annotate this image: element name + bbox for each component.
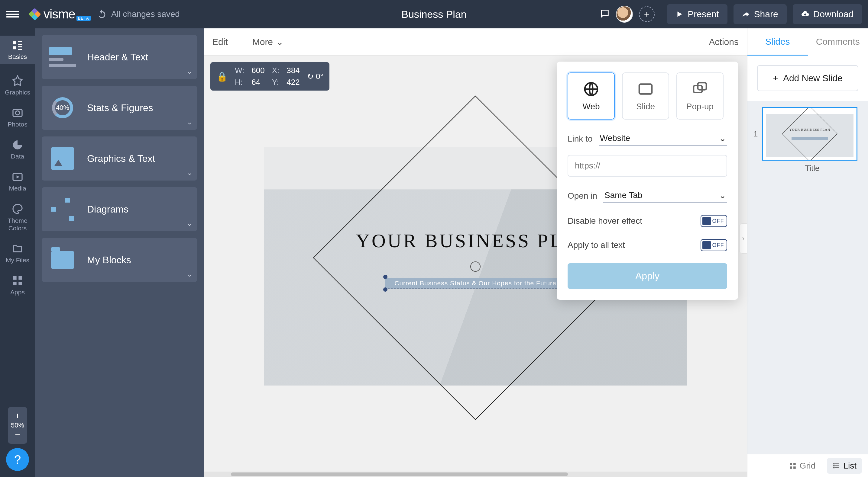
zoom-control[interactable]: + 50% − <box>8 407 27 444</box>
apply-button[interactable]: Apply <box>567 263 727 289</box>
svg-rect-8 <box>639 84 652 94</box>
svg-point-17 <box>834 465 835 466</box>
disable-hover-toggle[interactable]: OFF <box>701 215 727 227</box>
svg-rect-18 <box>835 465 839 466</box>
block-my-blocks[interactable]: My Blocks⌄ <box>42 238 197 282</box>
chevron-down-icon: ⌄ <box>719 191 726 200</box>
add-user-button[interactable]: + <box>639 6 655 22</box>
avatar[interactable] <box>616 6 633 23</box>
chevron-down-icon: ⌄ <box>187 271 192 278</box>
rail-media[interactable]: Media <box>9 171 26 192</box>
rail-photos[interactable]: Photos <box>7 107 27 128</box>
rail-theme-colors[interactable]: Theme Colors <box>0 203 35 232</box>
zoom-level: 50% <box>11 421 24 429</box>
tab-comments[interactable]: Comments <box>808 28 868 56</box>
block-graphics-text[interactable]: Graphics & Text⌄ <box>42 136 197 180</box>
present-button[interactable]: Present <box>667 4 727 24</box>
svg-rect-3 <box>13 276 17 280</box>
block-stats-figures[interactable]: 40%Stats & Figures⌄ <box>42 86 197 130</box>
rail-my-files[interactable]: My Files <box>6 243 29 264</box>
document-title[interactable]: Business Plan <box>401 8 466 20</box>
open-in-label: Open in <box>567 191 597 201</box>
svg-point-19 <box>834 467 835 468</box>
svg-rect-6 <box>19 282 22 285</box>
apply-all-text-toggle[interactable]: OFF <box>701 239 727 251</box>
svg-rect-16 <box>835 464 839 464</box>
slide-title-label[interactable]: Title <box>763 164 862 173</box>
chevron-down-icon: ⌄ <box>276 37 283 47</box>
collapse-panel-button[interactable]: › <box>739 224 747 253</box>
mode-slide[interactable]: Slide <box>622 72 669 120</box>
mode-web[interactable]: Web <box>567 72 615 120</box>
disable-hover-label: Disable hover effect <box>567 216 642 226</box>
chevron-down-icon: ⌄ <box>187 169 192 177</box>
rail-data[interactable]: Data <box>11 139 24 160</box>
zoom-out-icon[interactable]: − <box>15 429 20 440</box>
open-in-select[interactable]: Same Tab⌄ <box>603 189 727 203</box>
rail-apps[interactable]: Apps <box>10 275 25 296</box>
chevron-down-icon: ⌄ <box>719 133 726 143</box>
svg-rect-4 <box>19 276 22 280</box>
actions-popover: Web Slide Pop-up Link to Website⌄ Open i… <box>557 62 738 300</box>
logo: visme BETA <box>28 5 91 23</box>
svg-rect-14 <box>793 467 796 469</box>
download-button[interactable]: Download <box>793 4 862 24</box>
link-to-label: Link to <box>567 134 593 144</box>
chevron-down-icon: ⌄ <box>187 118 192 126</box>
add-slide-button[interactable]: +Add New Slide <box>757 65 858 91</box>
slide-number: 1 <box>753 129 758 139</box>
horizontal-scrollbar[interactable] <box>204 472 747 477</box>
link-to-select[interactable]: Website⌄ <box>599 132 727 146</box>
block-header-text[interactable]: Header & Text⌄ <box>42 35 197 79</box>
apply-all-text-label: Apply to all text <box>567 240 625 250</box>
svg-point-1 <box>16 111 19 115</box>
view-grid-button[interactable]: Grid <box>783 458 821 474</box>
rotate-handle-icon[interactable] <box>470 262 480 272</box>
slide-subtitle[interactable]: Current Business Status & Our Hopes for … <box>385 278 565 288</box>
rail-graphics[interactable]: Graphics <box>5 75 30 96</box>
selected-text-element[interactable]: Current Business Status & Our Hopes for … <box>385 278 566 288</box>
save-status: All changes saved <box>111 9 180 19</box>
share-button[interactable]: Share <box>734 4 787 24</box>
beta-badge: BETA <box>76 16 91 21</box>
svg-rect-11 <box>790 463 792 465</box>
undo-icon[interactable] <box>97 9 107 19</box>
plus-icon: + <box>773 73 778 83</box>
chevron-down-icon: ⌄ <box>187 220 192 228</box>
zoom-in-icon[interactable]: + <box>15 411 20 421</box>
chevron-down-icon: ⌄ <box>187 68 192 75</box>
actions-button[interactable]: Actions <box>709 37 739 47</box>
svg-rect-12 <box>793 463 796 465</box>
rail-basics[interactable]: Basics <box>0 36 35 64</box>
logo-text: visme <box>43 7 75 22</box>
svg-rect-5 <box>13 282 17 285</box>
more-dropdown[interactable]: More ⌄ <box>252 37 283 47</box>
block-diagrams[interactable]: Diagrams⌄ <box>42 187 197 231</box>
comment-icon[interactable] <box>600 8 610 20</box>
view-list-button[interactable]: List <box>827 458 862 474</box>
svg-point-15 <box>834 463 835 464</box>
tab-slides[interactable]: Slides <box>747 28 808 56</box>
url-input[interactable] <box>567 155 727 177</box>
svg-rect-13 <box>790 467 792 469</box>
mode-popup[interactable]: Pop-up <box>676 72 723 120</box>
help-button[interactable]: ? <box>6 448 29 471</box>
menu-icon[interactable] <box>6 9 19 19</box>
slide-thumbnail[interactable]: YOUR BUSINESS PLAN <box>762 107 858 161</box>
edit-button[interactable]: Edit <box>212 37 228 47</box>
svg-rect-20 <box>835 467 839 468</box>
